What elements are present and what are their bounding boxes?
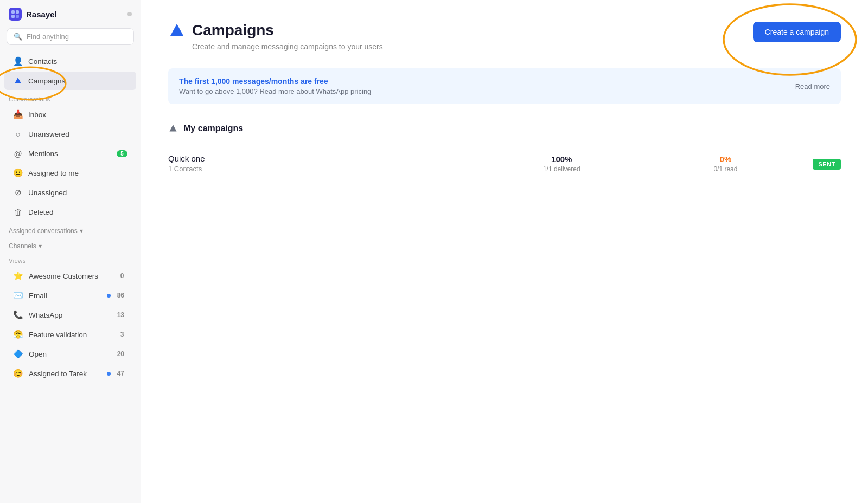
brand-icon xyxy=(9,8,22,21)
page-title-area: Campaigns Create and manage messaging ca… xyxy=(168,22,383,51)
unanswered-icon: ○ xyxy=(13,129,23,139)
search-placeholder: Find anything xyxy=(27,33,69,41)
page-title: Campaigns xyxy=(192,22,274,39)
nav-deleted-label: Deleted xyxy=(28,208,54,216)
search-box[interactable]: 🔍 Find anything xyxy=(7,28,134,45)
banner-text: The first 1,000 messages/months are free… xyxy=(179,77,371,95)
views-label: Views xyxy=(0,252,141,266)
whatsapp-icon: 📞 xyxy=(13,310,23,320)
nav-assigned-to-tarek-label: Assigned to Tarek xyxy=(29,370,87,378)
nav-awesome-customers-label: Awesome Customers xyxy=(29,272,98,280)
campaign-read-stat: 0% 0/1 read xyxy=(649,154,802,173)
search-icon: 🔍 xyxy=(14,33,22,41)
assigned-conversations-chevron: ▾ xyxy=(80,227,83,235)
deleted-icon: 🗑 xyxy=(13,207,23,217)
banner-body: Want to go above 1,000? Read more about … xyxy=(179,87,371,95)
create-btn-wrapper: Create a campaign xyxy=(753,22,841,42)
campaign-delivery-stat: 100% 1/1 delivered xyxy=(485,154,638,173)
create-campaign-button[interactable]: Create a campaign xyxy=(753,22,841,42)
open-icon: 🔷 xyxy=(13,349,23,359)
svg-rect-0 xyxy=(9,8,22,21)
page-header: Campaigns Create and manage messaging ca… xyxy=(168,22,841,51)
tarek-dot xyxy=(107,372,111,376)
my-campaigns-title: My campaigns xyxy=(183,124,243,133)
open-count: 20 xyxy=(114,350,127,358)
nav-assigned-to-me-label: Assigned to me xyxy=(28,169,79,177)
nav-deleted[interactable]: 🗑 Deleted xyxy=(4,203,136,221)
sidebar-status-dot xyxy=(127,12,132,16)
nav-mentions[interactable]: @ Mentions 5 xyxy=(4,144,136,163)
channels-label: Channels xyxy=(9,242,36,250)
channels-chevron: ▾ xyxy=(39,242,42,250)
nav-awesome-customers[interactable]: ⭐ Awesome Customers 0 xyxy=(4,267,136,285)
campaigns-list: Quick one 1 Contacts 100% 1/1 delivered … xyxy=(168,144,841,183)
my-campaigns-section: My campaigns xyxy=(168,124,841,133)
page-title-row: Campaigns xyxy=(168,22,383,39)
campaigns-page-icon xyxy=(168,22,186,39)
mentions-badge: 5 xyxy=(117,150,127,157)
read-label: 0/1 read xyxy=(649,165,802,173)
nav-open[interactable]: 🔷 Open 20 xyxy=(4,345,136,363)
feature-validation-icon: 😤 xyxy=(13,330,23,339)
sidebar-header: Rasayel xyxy=(0,0,141,26)
mentions-icon: @ xyxy=(13,149,23,158)
nav-unanswered-label: Unanswered xyxy=(28,130,69,138)
campaign-row[interactable]: Quick one 1 Contacts 100% 1/1 delivered … xyxy=(168,144,841,183)
brand-name: Rasayel xyxy=(26,10,57,19)
nav-unanswered[interactable]: ○ Unanswered xyxy=(4,125,136,143)
nav-inbox[interactable]: 📥 Inbox xyxy=(4,105,136,124)
delivery-label: 1/1 delivered xyxy=(485,165,638,173)
channels-row[interactable]: Channels ▾ xyxy=(0,237,141,252)
nav-feature-validation-label: Feature validation xyxy=(29,331,87,339)
nav-unassigned-label: Unassigned xyxy=(28,189,67,197)
nav-mentions-label: Mentions xyxy=(28,150,58,158)
nav-feature-validation[interactable]: 😤 Feature validation 3 xyxy=(4,325,136,344)
svg-rect-3 xyxy=(11,15,15,18)
nav-contacts-label: Contacts xyxy=(28,57,57,66)
svg-rect-1 xyxy=(11,10,15,14)
nav-assigned-to-tarek[interactable]: 😊 Assigned to Tarek 47 xyxy=(4,364,136,383)
svg-rect-2 xyxy=(16,10,19,14)
assigned-conversations-label: Assigned conversations xyxy=(9,227,78,235)
inbox-icon: 📥 xyxy=(13,109,23,119)
campaign-name-area: Quick one 1 Contacts xyxy=(168,154,474,173)
nav-email-label: Email xyxy=(29,292,47,300)
campaign-name: Quick one xyxy=(168,154,474,163)
awesome-customers-icon: ⭐ xyxy=(13,271,23,281)
sidebar: Rasayel 🔍 Find anything 👤 Contacts Campa… xyxy=(0,0,141,503)
nav-unassigned[interactable]: ⊘ Unassigned xyxy=(4,183,136,202)
sent-badge: SENT xyxy=(813,159,841,170)
banner-heading: The first 1,000 messages/months are free xyxy=(179,77,371,86)
feature-validation-count: 3 xyxy=(117,330,127,339)
svg-rect-4 xyxy=(16,15,19,18)
assigned-to-me-icon: 😐 xyxy=(13,168,23,178)
assigned-to-tarek-icon: 😊 xyxy=(13,369,23,378)
whatsapp-count: 13 xyxy=(114,311,127,319)
assigned-conversations-row[interactable]: Assigned conversations ▾ xyxy=(0,222,141,237)
awesome-customers-count: 0 xyxy=(117,272,127,280)
delivery-pct: 100% xyxy=(485,154,638,164)
brand: Rasayel xyxy=(9,8,57,21)
email-icon: ✉️ xyxy=(13,291,23,300)
contacts-icon: 👤 xyxy=(13,56,23,66)
nav-campaigns-label: Campaigns xyxy=(28,77,65,85)
conversations-section-label: Conversations xyxy=(0,91,141,105)
campaigns-icon xyxy=(13,76,23,86)
page-subtitle: Create and manage messaging campaigns to… xyxy=(192,42,383,51)
nav-campaigns[interactable]: Campaigns xyxy=(4,72,136,90)
read-pct: 0% xyxy=(649,154,802,164)
unassigned-icon: ⊘ xyxy=(13,188,23,197)
email-dot xyxy=(107,294,111,298)
my-campaigns-icon xyxy=(168,124,178,133)
read-more-link[interactable]: Read more xyxy=(795,82,830,91)
nav-open-label: Open xyxy=(29,350,47,358)
email-count: 86 xyxy=(114,291,127,300)
nav-whatsapp-label: WhatsApp xyxy=(29,311,62,319)
nav-contacts[interactable]: 👤 Contacts xyxy=(4,52,136,70)
nav-assigned-to-me[interactable]: 😐 Assigned to me xyxy=(4,164,136,182)
nav-email[interactable]: ✉️ Email 86 xyxy=(4,286,136,305)
main-content: Campaigns Create and manage messaging ca… xyxy=(141,0,868,503)
assigned-to-tarek-count: 47 xyxy=(114,369,127,378)
nav-inbox-label: Inbox xyxy=(28,111,46,119)
nav-whatsapp[interactable]: 📞 WhatsApp 13 xyxy=(4,306,136,324)
